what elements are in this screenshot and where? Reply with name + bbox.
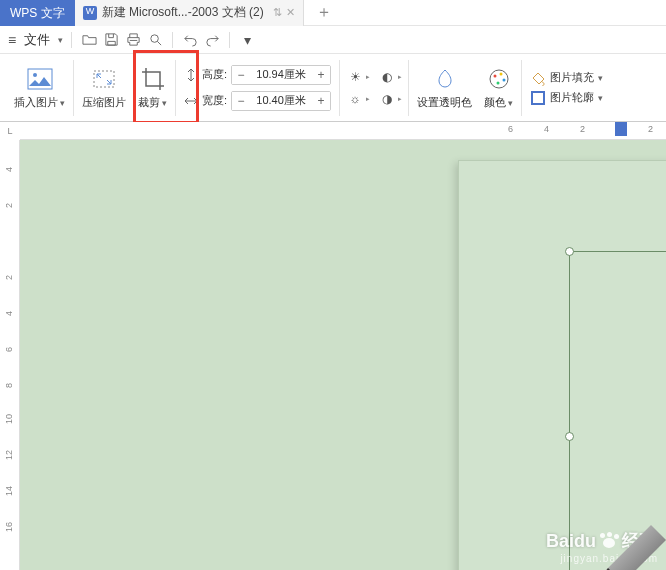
set-transparent-button[interactable]: 设置透明色 <box>411 54 478 122</box>
width-value[interactable]: 10.40厘米 <box>250 93 312 108</box>
new-tab-button[interactable]: ＋ <box>304 2 344 23</box>
svg-point-6 <box>499 73 502 76</box>
svg-point-4 <box>490 70 508 88</box>
picture-outline-button[interactable]: 图片轮廓▾ <box>530 90 603 106</box>
contrast-up-button[interactable]: ◐▸ <box>378 68 402 86</box>
svg-point-8 <box>496 82 499 85</box>
height-decrease-button[interactable]: − <box>232 66 250 84</box>
open-icon[interactable] <box>80 31 98 49</box>
crop-icon <box>139 65 167 93</box>
contrast-down-icon: ◑ <box>378 90 396 108</box>
paw-icon <box>598 532 620 550</box>
width-spinner[interactable]: − 10.40厘米 + <box>231 91 331 111</box>
svg-point-5 <box>493 75 496 78</box>
insert-image-button[interactable]: 插入图片▾ <box>8 54 71 122</box>
height-label: 高度: <box>202 67 227 82</box>
file-menu-dropdown-icon[interactable]: ▾ <box>58 35 63 45</box>
width-increase-button[interactable]: + <box>312 92 330 110</box>
tab-label: 新建 Microsoft...-2003 文档 (2) <box>102 4 264 21</box>
save-icon[interactable] <box>102 31 120 49</box>
handle-w[interactable] <box>565 432 574 441</box>
width-label: 宽度: <box>202 93 227 108</box>
height-spinner[interactable]: − 10.94厘米 + <box>231 65 331 85</box>
ruler-corner: L <box>0 122 20 140</box>
svg-rect-3 <box>94 71 114 87</box>
brightness-up-button[interactable]: ☀▸ <box>346 68 370 86</box>
vertical-ruler[interactable]: 42246810121416 <box>0 140 20 570</box>
width-icon <box>184 94 198 108</box>
picture-fill-button[interactable]: 图片填充▾ <box>530 70 603 86</box>
app-name: WPS 文字 <box>0 0 75 26</box>
tab-close-icon[interactable]: ✕ <box>286 6 295 19</box>
image-icon <box>26 65 54 93</box>
contrast-down-button[interactable]: ◑▸ <box>378 90 402 108</box>
doc-icon <box>83 6 97 20</box>
selection-box[interactable] <box>569 251 666 570</box>
horizontal-ruler[interactable]: 6422 <box>20 122 666 140</box>
color-icon <box>485 65 513 93</box>
height-increase-button[interactable]: + <box>312 66 330 84</box>
svg-point-0 <box>150 35 158 43</box>
watermark: Baidu经验 jingyan.baidu.com <box>546 529 658 564</box>
document-tab[interactable]: 新建 Microsoft...-2003 文档 (2) ⇅ ✕ <box>75 0 304 26</box>
brightness-up-icon: ☀ <box>346 68 364 86</box>
height-value[interactable]: 10.94厘米 <box>250 67 312 82</box>
crop-button[interactable]: 裁剪▾ <box>132 54 173 122</box>
page[interactable] <box>458 160 666 570</box>
compress-image-button[interactable]: 压缩图片 <box>76 54 132 122</box>
contrast-up-icon: ◐ <box>378 68 396 86</box>
handle-nw[interactable] <box>565 247 574 256</box>
document-canvas[interactable] <box>20 140 666 570</box>
width-decrease-button[interactable]: − <box>232 92 250 110</box>
file-menu[interactable]: 文件 <box>24 31 50 49</box>
svg-rect-9 <box>532 92 544 104</box>
undo-icon[interactable] <box>181 31 199 49</box>
svg-point-2 <box>33 73 37 77</box>
outline-icon <box>530 90 546 106</box>
brightness-down-icon: ☼ <box>346 90 364 108</box>
transparent-icon <box>431 65 459 93</box>
print-preview-icon[interactable] <box>146 31 164 49</box>
qat-dropdown-icon[interactable]: ▾ <box>238 31 256 49</box>
compress-icon <box>90 65 118 93</box>
hamburger-icon[interactable]: ≡ <box>8 32 16 48</box>
svg-point-7 <box>502 79 505 82</box>
redo-icon[interactable] <box>203 31 221 49</box>
brightness-down-button[interactable]: ☼▸ <box>346 90 370 108</box>
print-icon[interactable] <box>124 31 142 49</box>
height-icon <box>184 68 198 82</box>
color-button[interactable]: 颜色▾ <box>478 54 519 122</box>
fill-icon <box>530 70 546 86</box>
tab-sync-icon[interactable]: ⇅ <box>273 6 282 19</box>
